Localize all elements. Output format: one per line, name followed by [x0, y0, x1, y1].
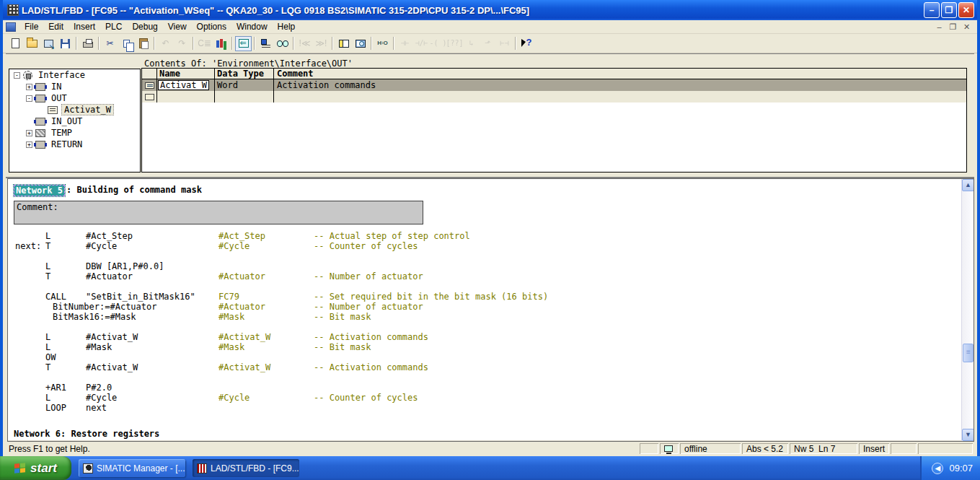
column-header-comment[interactable]: Comment: [274, 69, 966, 79]
menu-file[interactable]: File: [19, 20, 43, 33]
download-station-button[interactable]: [40, 36, 57, 51]
stl-statement-line[interactable]: L#Act_Step#Act_Step-- Actual step of ste…: [8, 231, 974, 241]
table-row[interactable]: Activat_WWordActivation commands: [142, 79, 966, 91]
mdi-child-icon[interactable]: [6, 22, 16, 32]
monitor-glasses-button[interactable]: [274, 36, 291, 51]
start-button[interactable]: start: [0, 456, 71, 480]
blank-line[interactable]: [8, 282, 974, 292]
t-branch-button: ⊢⊣: [496, 36, 513, 51]
header-icon-column: [142, 69, 157, 79]
menu-edit[interactable]: Edit: [43, 20, 69, 33]
detail-window-button[interactable]: [352, 36, 368, 51]
tray-collapse-icon[interactable]: ◀: [932, 463, 943, 474]
save-button[interactable]: [57, 36, 74, 51]
menu-insert[interactable]: Insert: [69, 20, 100, 33]
stl-statement-line[interactable]: +AR1P#2.0: [8, 383, 974, 393]
menubar: FileEditInsertPLCDebugViewOptionsWindowH…: [3, 20, 977, 34]
simatic-taskbar-icon: [83, 463, 93, 474]
name-edit-cell[interactable]: Activat_W: [158, 80, 209, 90]
redo-icon: ↷: [178, 39, 185, 48]
cell-comment[interactable]: Activation commands: [274, 79, 966, 91]
network-comment-box[interactable]: Comment:: [14, 201, 423, 224]
mdi-minimize-button[interactable]: –: [933, 22, 945, 32]
tree-item-in_out[interactable]: IN_OUT: [9, 115, 140, 127]
interface-tree: -Interface+IN-OUTActivat_WIN_OUT+TEMP+RE…: [9, 69, 141, 173]
cell-name[interactable]: [157, 91, 215, 102]
table-row[interactable]: [142, 91, 966, 102]
menu-help[interactable]: Help: [273, 20, 301, 33]
stl-statement-line[interactable]: LOOPnext: [8, 403, 974, 413]
help-select-button[interactable]: [518, 36, 535, 51]
view-toggle-icon: [239, 39, 249, 48]
expand-icon[interactable]: +: [26, 141, 32, 148]
collapse-icon[interactable]: -: [26, 95, 32, 102]
tree-item-in[interactable]: +IN: [9, 81, 140, 92]
menu-view[interactable]: View: [163, 20, 192, 33]
view-toggle-button[interactable]: [235, 36, 252, 51]
new-document-button[interactable]: [7, 36, 24, 51]
open-folder-button[interactable]: [24, 36, 40, 51]
menu-plc[interactable]: PLC: [100, 20, 127, 33]
stl-statement-line[interactable]: next:T#Cycle#Cycle-- Counter of cycles: [8, 241, 974, 251]
stl-statement-line[interactable]: LDBW [AR1,P#0.0]: [8, 261, 974, 271]
menu-window[interactable]: Window: [231, 20, 273, 33]
cell-data-type[interactable]: Word: [215, 79, 274, 91]
language-element-button[interactable]: H꞉O: [374, 36, 391, 51]
tree-item-return[interactable]: +RETURN: [9, 139, 140, 150]
scroll-thumb[interactable]: [963, 344, 974, 362]
overview-window-button[interactable]: [335, 36, 352, 51]
paste-button[interactable]: [135, 36, 151, 51]
cell-name[interactable]: Activat_W: [157, 79, 215, 91]
cut-button[interactable]: ✂: [102, 36, 118, 51]
tree-item-temp[interactable]: +TEMP: [9, 127, 140, 139]
scroll-down-button[interactable]: ▼: [962, 429, 974, 441]
taskbar-window-simatic[interactable]: SIMATIC Manager - [...: [79, 459, 185, 477]
minimize-button[interactable]: –: [924, 2, 940, 18]
network-5-badge[interactable]: Network 5: [14, 185, 65, 196]
clock: 09:07: [949, 463, 973, 474]
network-6-badge[interactable]: Network 6: [14, 429, 61, 439]
column-header-name[interactable]: Name: [157, 69, 215, 79]
toolbar-separator: [332, 37, 333, 50]
stl-statement-line[interactable]: BitNumber:=#Actuator#Actuator-- Number o…: [8, 302, 974, 312]
menu-options[interactable]: Options: [192, 20, 231, 33]
stl-statement-line[interactable]: L#Mask#Mask-- Bit mask: [8, 342, 974, 352]
cell-comment[interactable]: [274, 91, 966, 102]
column-header-data-type[interactable]: Data Type: [215, 69, 274, 79]
stl-statement-line[interactable]: OW: [8, 352, 974, 362]
call-structure-icon: C≣: [198, 39, 211, 48]
stl-statement-line[interactable]: T#Actuator#Actuator-- Number of actuator: [8, 271, 974, 282]
stl-statement-line[interactable]: L#Cycle#Cycle-- Counter of cycles: [8, 393, 974, 403]
tree-item-activat_w[interactable]: Activat_W: [9, 104, 140, 115]
cell-data-type[interactable]: [215, 91, 274, 102]
tree-item-out[interactable]: -OUT: [9, 92, 140, 104]
stl-statement-line[interactable]: BitMask16:=#Mask#Mask-- Bit mask: [8, 312, 974, 322]
mdi-restore-button[interactable]: ❐: [947, 22, 959, 32]
copy-button[interactable]: [118, 36, 135, 51]
symbol-representation-button[interactable]: [257, 36, 274, 51]
restore-button[interactable]: ❐: [941, 2, 957, 18]
print-button[interactable]: [79, 36, 96, 51]
instruction: L: [45, 342, 50, 352]
taskbar-window-lad[interactable]: LAD/STL/FBD - [FC9...: [193, 459, 299, 477]
code-vertical-scrollbar[interactable]: ▲ ▼: [961, 179, 974, 441]
instruction: T: [45, 362, 50, 372]
stl-code-area[interactable]: Network 5 : Building of command mask Com…: [7, 178, 974, 442]
menu-debug[interactable]: Debug: [127, 20, 162, 33]
mdi-close-button[interactable]: ✕: [961, 22, 973, 32]
tree-item-interface[interactable]: -Interface: [9, 69, 140, 81]
expand-icon[interactable]: +: [26, 130, 32, 136]
blank-line[interactable]: [8, 251, 974, 261]
scroll-up-button[interactable]: ▲: [962, 179, 974, 191]
stl-statement-line[interactable]: L#Activat_W#Activat_W-- Activation comma…: [8, 332, 974, 342]
stl-statement-line[interactable]: T#Activat_W#Activat_W-- Activation comma…: [8, 362, 974, 372]
toolbar-separator: [293, 37, 294, 50]
collapse-icon[interactable]: -: [14, 72, 20, 79]
stl-statement-line[interactable]: CALL"SetBit_in_BitMask16"FC79-- Set requ…: [8, 292, 974, 302]
close-button[interactable]: ✕: [958, 2, 974, 18]
blank-line[interactable]: [8, 372, 974, 383]
previous-error-button: !≪: [296, 36, 313, 51]
expand-icon[interactable]: +: [26, 84, 32, 90]
program-blocks-button[interactable]: [213, 36, 229, 51]
blank-line[interactable]: [8, 322, 974, 332]
